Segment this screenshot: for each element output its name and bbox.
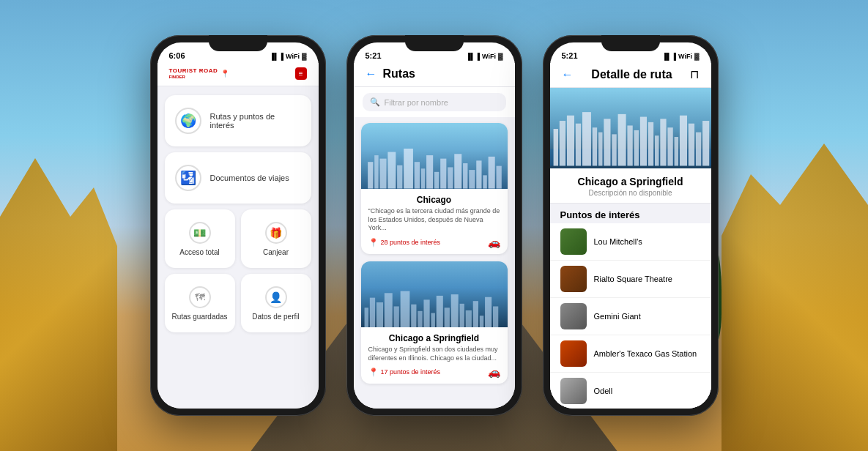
svg-rect-6 bbox=[414, 163, 419, 189]
svg-rect-52 bbox=[648, 122, 653, 166]
signal-icon-3: ▐▌▐ bbox=[662, 53, 676, 60]
poi-thumb-3 bbox=[560, 303, 587, 329]
phone-1: 6:06 ▐▌▐ WiFi ▓ TOURIST ROAD FINDER bbox=[150, 35, 326, 416]
menu-button[interactable]: ≡ bbox=[295, 67, 307, 80]
back-arrow-2[interactable]: ← bbox=[366, 67, 377, 81]
poi-count-chicago-springfield: 📍 17 puntos de interés bbox=[368, 368, 441, 377]
poi-section-title: Puntos de interés bbox=[550, 204, 711, 223]
svg-rect-57 bbox=[679, 116, 686, 166]
poi-item-1[interactable]: Lou Mitchell's bbox=[550, 223, 711, 261]
svg-rect-48 bbox=[617, 114, 626, 166]
pin-icon-chicago: 📍 bbox=[368, 238, 379, 247]
phone-3: 5:21 ▐▌▐ WiFi ▓ ← Detalle de ruta ⊓ bbox=[543, 35, 719, 416]
phone-2-screen: 5:21 ▐▌▐ WiFi ▓ ← Rutas 🔍 Filt bbox=[354, 42, 515, 409]
svg-rect-46 bbox=[604, 119, 610, 165]
menu-item-access[interactable]: 💵 Acceso total bbox=[165, 209, 235, 268]
menu-item-documents[interactable]: 🛂 Documentos de viajes bbox=[165, 152, 311, 204]
route-info-chicago: Chicago "Chicago es la tercera ciudad má… bbox=[361, 189, 508, 254]
poi-thumb-4 bbox=[560, 340, 587, 367]
signal-icon: ▐▌▐ bbox=[270, 53, 283, 60]
notch-1 bbox=[209, 35, 267, 51]
svg-rect-56 bbox=[674, 137, 678, 165]
route-detail-info: Chicago a Springfield Descripción no dis… bbox=[550, 168, 711, 204]
phone-1-screen: 6:06 ▐▌▐ WiFi ▓ TOURIST ROAD FINDER bbox=[157, 42, 319, 409]
car-icon-chicago-springfield: 🚗 bbox=[488, 366, 500, 378]
svg-rect-31 bbox=[450, 294, 458, 327]
poi-item-3[interactable]: Gemini Giant bbox=[550, 298, 711, 335]
passport-icon: 🛂 bbox=[175, 165, 201, 191]
menu-label-profile: Datos de perfil bbox=[252, 313, 299, 321]
route-card-chicago[interactable]: Chicago "Chicago es la tercera ciudad má… bbox=[361, 123, 508, 254]
status-icons-2: ▐▌▐ WiFi ▓ bbox=[466, 53, 503, 60]
route-name-chicago: Chicago bbox=[368, 195, 500, 205]
time-1: 6:06 bbox=[169, 51, 185, 60]
poi-item-2[interactable]: Rialto Square Theatre bbox=[550, 261, 711, 298]
battery-icon: ▓ bbox=[302, 53, 307, 60]
wifi-icon: WiFi bbox=[286, 53, 300, 60]
svg-rect-15 bbox=[476, 161, 481, 189]
menu-row-access-redeem: 💵 Acceso total 🎁 Canjear bbox=[165, 209, 311, 268]
svg-rect-50 bbox=[634, 130, 638, 166]
svg-rect-58 bbox=[688, 124, 694, 166]
route-desc-chicago: "Chicago es la tercera ciudad más grande… bbox=[368, 207, 500, 233]
route-detail-img bbox=[550, 88, 711, 168]
svg-rect-33 bbox=[465, 310, 471, 327]
svg-rect-17 bbox=[488, 157, 494, 189]
poi-item-5[interactable]: Odell bbox=[550, 373, 711, 409]
poi-name-2: Rialto Square Theatre bbox=[594, 275, 672, 283]
poi-thumb-5 bbox=[560, 378, 587, 404]
notch-3 bbox=[601, 35, 660, 51]
svg-rect-39 bbox=[553, 129, 557, 165]
notch-2 bbox=[405, 35, 464, 51]
svg-rect-37 bbox=[492, 306, 497, 327]
route-meta-chicago: 📍 28 puntos de interés 🚗 bbox=[368, 236, 500, 248]
phone-3-screen: 5:21 ▐▌▐ WiFi ▓ ← Detalle de ruta ⊓ bbox=[550, 42, 711, 409]
svg-rect-51 bbox=[639, 117, 646, 166]
map-icon: 🗺 bbox=[189, 286, 211, 308]
signal-icon-2: ▐▌▐ bbox=[466, 53, 480, 60]
svg-rect-5 bbox=[404, 149, 413, 189]
route-img-chicago bbox=[361, 123, 508, 189]
poi-count-chicago: 📍 28 puntos de interés bbox=[368, 238, 441, 247]
search-input-box[interactable]: 🔍 Filtrar por nombre bbox=[363, 93, 506, 111]
bookmark-icon[interactable]: ⊓ bbox=[690, 67, 699, 81]
phone3-content: ← Detalle de ruta ⊓ bbox=[550, 63, 711, 409]
svg-rect-12 bbox=[454, 154, 461, 189]
route-meta-chicago-springfield: 📍 17 puntos de interés 🚗 bbox=[368, 366, 500, 378]
header-pin-icon: 📍 bbox=[220, 70, 229, 78]
phone2-content: ← Rutas 🔍 Filtrar por nombre bbox=[354, 63, 515, 409]
svg-rect-2 bbox=[379, 159, 386, 189]
menu-item-routes[interactable]: 🌍 Rutas y puntos de interés bbox=[165, 95, 311, 146]
back-arrow-3[interactable]: ← bbox=[562, 68, 574, 81]
svg-rect-0 bbox=[368, 163, 373, 189]
svg-rect-54 bbox=[660, 119, 666, 165]
svg-rect-11 bbox=[448, 168, 453, 189]
svg-rect-45 bbox=[598, 133, 603, 166]
menu-item-redeem[interactable]: 🎁 Canjear bbox=[241, 209, 311, 268]
screen-title-3: Detalle de ruta bbox=[591, 68, 672, 81]
time-2: 5:21 bbox=[366, 51, 382, 60]
svg-rect-1 bbox=[374, 156, 378, 189]
route-card-chicago-springfield[interactable]: Chicago a Springfield Chicago y Springfi… bbox=[361, 261, 508, 384]
menu-label-routes: Rutas y puntos de interés bbox=[210, 112, 301, 130]
status-icons-3: ▐▌▐ WiFi ▓ bbox=[662, 53, 700, 60]
car-icon-chicago: 🚗 bbox=[488, 236, 500, 248]
poi-item-4[interactable]: Ambler's Texaco Gas Station bbox=[550, 335, 711, 373]
poi-name-1: Lou Mitchell's bbox=[594, 237, 642, 246]
svg-rect-18 bbox=[496, 166, 501, 189]
svg-rect-47 bbox=[612, 134, 616, 165]
menu-label-documents: Documentos de viajes bbox=[210, 174, 289, 182]
gift-icon: 🎁 bbox=[265, 222, 287, 244]
menu-item-profile[interactable]: 👤 Datos de perfil bbox=[241, 274, 311, 332]
svg-rect-3 bbox=[387, 152, 396, 189]
phone1-content: TOURIST ROAD FINDER 📍 ≡ 🌍 Rutas y puntos… bbox=[157, 63, 319, 409]
route-img-chicago-springfield bbox=[361, 261, 508, 327]
globe-icon: 🌍 bbox=[175, 108, 201, 134]
menu-item-saved[interactable]: 🗺 Rutas guardadas bbox=[165, 274, 235, 332]
svg-rect-59 bbox=[695, 133, 700, 166]
svg-rect-25 bbox=[411, 304, 416, 327]
menu-label-access: Acceso total bbox=[179, 248, 219, 256]
wifi-icon-3: WiFi bbox=[678, 53, 692, 60]
svg-rect-35 bbox=[479, 316, 483, 327]
screen-title-2: Rutas bbox=[383, 67, 415, 81]
